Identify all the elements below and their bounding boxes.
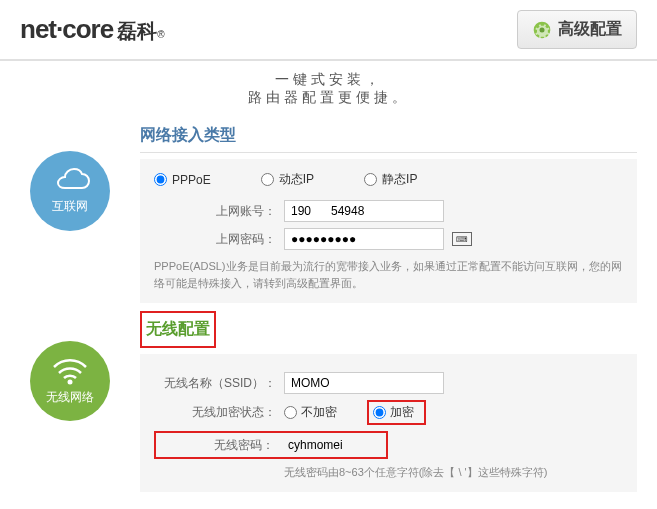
net-section-title: 网络接入类型 <box>140 121 637 153</box>
internet-badge: 互联网 <box>30 151 110 231</box>
wifi-icon <box>50 357 90 385</box>
account-label: 上网账号： <box>154 203 284 220</box>
radio-static[interactable]: 静态IP <box>364 171 417 188</box>
brand-logo: net·core 磊科 ® <box>20 14 165 45</box>
enc-label: 无线加密状态： <box>154 404 284 421</box>
wl-password-input[interactable] <box>282 435 382 455</box>
wl-section-title: 无线配置 <box>146 315 210 344</box>
cloud-icon <box>48 168 92 194</box>
ssid-label: 无线名称（SSID）： <box>154 375 284 392</box>
keyboard-icon[interactable]: ⌨ <box>452 232 472 246</box>
password-input[interactable] <box>284 228 444 250</box>
svg-point-1 <box>540 27 545 32</box>
wl-password-hint: 无线密码由8~63个任意字符(除去【 \ '】这些特殊字符) <box>284 465 623 480</box>
wireless-badge: 无线网络 <box>30 341 110 421</box>
radio-dhcp[interactable]: 动态IP <box>261 171 314 188</box>
advanced-config-button[interactable]: 高级配置 <box>517 10 637 49</box>
gear-icon <box>532 20 552 40</box>
wl-password-label: 无线密码： <box>160 437 282 454</box>
password-label: 上网密码： <box>154 231 284 248</box>
ssid-input[interactable] <box>284 372 444 394</box>
svg-point-2 <box>68 379 73 384</box>
radio-no-encrypt[interactable]: 不加密 <box>284 404 337 421</box>
radio-pppoe[interactable]: PPPoE <box>154 173 211 187</box>
account-input[interactable] <box>284 200 444 222</box>
radio-encrypt[interactable]: 加密 <box>373 404 414 421</box>
pppoe-hint: PPPoE(ADSL)业务是目前最为流行的宽带接入业务，如果通过正常配置不能访问… <box>154 258 623 291</box>
page-subtitle: 一键式安装， 路由器配置更便捷。 <box>0 61 657 113</box>
